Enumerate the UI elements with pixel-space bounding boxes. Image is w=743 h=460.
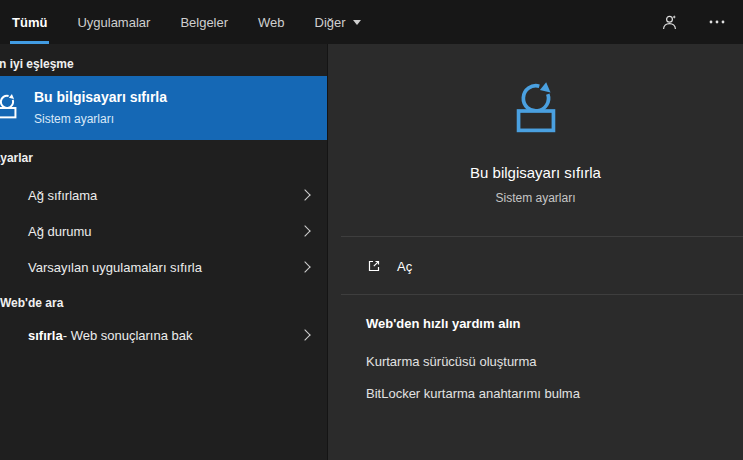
best-match-title: Bu bilgisayarı sıfırla: [34, 89, 167, 105]
open-action-button[interactable]: Aç: [328, 244, 743, 288]
web-search-suffix: - Web sonuçlarına bak: [63, 328, 193, 343]
tab-apps-label: Uygulamalar: [77, 15, 150, 30]
help-link-bitlocker-key[interactable]: BitLocker kurtarma anahtarımı bulma: [366, 386, 580, 401]
divider: [341, 294, 743, 295]
tab-all-label: Tümü: [12, 15, 47, 30]
more-options-icon: [709, 20, 725, 24]
divider: [341, 236, 743, 237]
result-label: Ağ sıfırlama: [28, 188, 97, 203]
tab-more[interactable]: Diğer: [315, 0, 361, 44]
result-label: Ağ durumu: [28, 224, 92, 239]
result-network-status[interactable]: Ağ durumu: [0, 213, 327, 249]
topbar-actions: [659, 0, 727, 44]
chevron-right-icon: [299, 225, 310, 236]
chevron-right-icon: [299, 261, 310, 272]
best-match-result[interactable]: Bu bilgisayarı sıfırla Sistem ayarları: [0, 76, 327, 140]
search-filter-tabs: Tümü Uygulamalar Belgeler Web Diğer: [12, 0, 361, 44]
help-link-recovery-drive[interactable]: Kurtarma sürücüsü oluşturma: [366, 354, 537, 369]
best-match-subtitle: Sistem ayarları: [34, 112, 114, 126]
tab-web-label: Web: [258, 15, 285, 30]
open-action-label: Aç: [397, 259, 412, 274]
tab-apps[interactable]: Uygulamalar: [77, 0, 150, 44]
reset-pc-icon: [0, 93, 22, 123]
person-icon: [661, 14, 678, 31]
preview-subtitle: Sistem ayarları: [328, 191, 743, 205]
settings-section-header: Ayarlar: [0, 151, 33, 165]
result-reset-default-apps[interactable]: Varsayılan uygulamaları sıfırla: [0, 249, 327, 285]
chevron-down-icon: [353, 20, 361, 25]
reset-pc-icon: [505, 80, 567, 142]
preview-title: Bu bilgisayarı sıfırla: [328, 164, 743, 181]
tab-web[interactable]: Web: [258, 0, 285, 44]
tab-documents[interactable]: Belgeler: [180, 0, 228, 44]
tab-more-label: Diğer: [315, 15, 346, 30]
preview-panel: Bu bilgisayarı sıfırla Sistem ayarları A…: [327, 44, 743, 460]
search-top-bar: Tümü Uygulamalar Belgeler Web Diğer: [0, 0, 743, 44]
chevron-right-icon: [299, 189, 310, 200]
result-label: Varsayılan uygulamaları sıfırla: [28, 260, 202, 275]
more-options-button[interactable]: [707, 12, 727, 32]
web-help-header: Web'den hızlı yardım alın: [366, 316, 521, 331]
user-account-button[interactable]: [659, 12, 679, 32]
web-search-query: sıfırla: [28, 328, 63, 343]
web-search-section-header: Web'de ara: [0, 296, 63, 310]
tab-documents-label: Belgeler: [180, 15, 228, 30]
result-web-search[interactable]: sıfırla - Web sonuçlarına bak: [0, 317, 327, 353]
search-results-panel: En iyi eşleşme Bu bilgisayarı sıfırla Si…: [0, 44, 327, 460]
result-network-reset[interactable]: Ağ sıfırlama: [0, 177, 327, 213]
best-match-header: En iyi eşleşme: [0, 57, 74, 71]
launch-icon: [366, 258, 382, 274]
chevron-right-icon: [299, 329, 310, 340]
tab-all[interactable]: Tümü: [12, 0, 47, 44]
